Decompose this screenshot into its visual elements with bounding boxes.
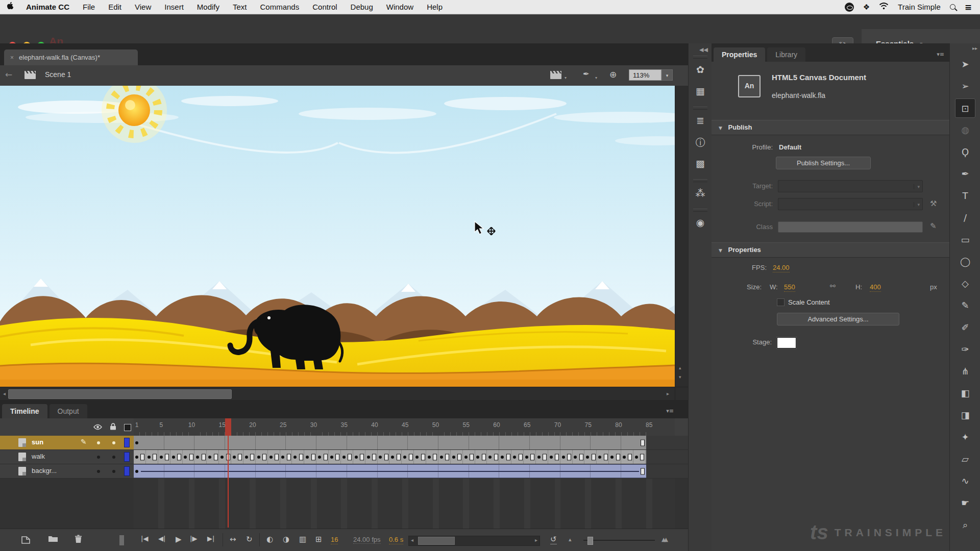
scroll-down-icon[interactable]: ▾ <box>679 374 681 380</box>
scene-name[interactable]: Scene 1 <box>45 70 71 79</box>
show-hide-layers-icon[interactable] <box>93 423 102 432</box>
frame-cell[interactable] <box>316 436 323 449</box>
frame-cell[interactable] <box>432 436 438 449</box>
frame-cell[interactable] <box>188 450 194 464</box>
panel-menu-icon[interactable]: ▾≡ <box>666 408 688 418</box>
timeline-scrollbar[interactable]: ◂ ▸ <box>408 536 540 546</box>
free-transform-tool[interactable]: ⊡ <box>955 98 975 118</box>
frame-cell[interactable] <box>542 450 548 464</box>
tab-library[interactable]: Library <box>767 47 805 62</box>
frame-cell[interactable] <box>274 436 280 449</box>
wifi-icon[interactable] <box>879 3 889 11</box>
frame-cell[interactable] <box>183 450 189 464</box>
frame-cell[interactable] <box>292 436 298 449</box>
chevron-down-icon[interactable]: ▾ <box>595 76 597 80</box>
frame-cell[interactable] <box>164 436 170 449</box>
frame-cell[interactable] <box>383 450 389 464</box>
frame-cell[interactable] <box>243 436 250 449</box>
frame-cell[interactable] <box>378 450 384 464</box>
onion-skin-icon[interactable]: ◐ <box>266 535 273 544</box>
tab-properties[interactable]: Properties <box>714 47 765 62</box>
frame-cell[interactable] <box>372 450 378 464</box>
scroll-right-icon[interactable]: ▸ <box>667 391 669 396</box>
zoom-tool[interactable]: ⌕ <box>955 515 975 535</box>
pen-tool[interactable]: ✒ <box>955 164 975 184</box>
frame-cell[interactable] <box>487 450 493 464</box>
eraser-tool[interactable]: ▱ <box>955 449 975 469</box>
hand-tool[interactable]: ☛ <box>955 493 975 513</box>
frame-cell[interactable] <box>365 436 372 449</box>
slider-thumb[interactable] <box>587 537 593 545</box>
frame-cell[interactable] <box>353 436 359 449</box>
frame-cell[interactable] <box>323 436 329 449</box>
spotlight-search-icon[interactable] <box>950 4 955 10</box>
frame-cell[interactable] <box>511 436 518 449</box>
frame-cell[interactable] <box>134 436 140 449</box>
selection-tool[interactable]: ➤ <box>955 55 975 74</box>
fps-value[interactable]: 24.00 <box>773 264 790 272</box>
frame-cell[interactable] <box>219 436 225 449</box>
frame-cell[interactable] <box>231 436 237 449</box>
layer-scroll-grip[interactable] <box>119 535 124 545</box>
frame-cell[interactable] <box>578 436 584 449</box>
frame-cell[interactable] <box>292 450 298 464</box>
frame-cell[interactable] <box>152 450 158 464</box>
creative-cloud-icon[interactable] <box>845 3 854 12</box>
frame-cell[interactable] <box>518 450 524 464</box>
frame-cell[interactable] <box>140 436 146 449</box>
frame-cell[interactable] <box>414 436 420 449</box>
frame-ruler[interactable]: 1510152025303540455055606570758085 <box>134 418 675 436</box>
frame-cell[interactable] <box>402 450 408 464</box>
text-tool[interactable]: T <box>955 186 975 206</box>
playhead-line[interactable] <box>228 436 229 528</box>
stage-vertical-scrollbar[interactable]: ▴ ▾ <box>675 86 689 387</box>
layer-row-walk[interactable]: walk <box>0 450 688 464</box>
frame-cell[interactable] <box>609 436 615 449</box>
frame-cell[interactable] <box>134 450 140 464</box>
layer-toggle-dot[interactable] <box>112 470 115 473</box>
new-layer-button[interactable] <box>21 535 30 545</box>
frame-cell[interactable] <box>378 436 384 449</box>
frame-cell[interactable] <box>445 450 451 464</box>
loop-playback-icon[interactable]: ↻ <box>246 535 253 544</box>
frame-cell[interactable] <box>310 450 316 464</box>
width-tool[interactable]: ∿ <box>955 471 975 491</box>
frame-cell[interactable] <box>262 436 268 449</box>
frame-cell[interactable] <box>268 436 274 449</box>
frame-cell[interactable] <box>536 450 542 464</box>
layer-outline-color[interactable] <box>124 466 130 476</box>
frame-cell[interactable] <box>347 436 353 449</box>
scroll-left-icon[interactable]: ◂ <box>411 537 413 543</box>
frame-cell[interactable] <box>164 450 170 464</box>
frame-cell[interactable] <box>262 450 268 464</box>
edit-scene-icon[interactable] <box>550 71 562 82</box>
frame-cell[interactable] <box>621 450 627 464</box>
frame-cell[interactable] <box>170 436 177 449</box>
frame-cell[interactable] <box>359 450 365 464</box>
frame-cell[interactable] <box>372 436 378 449</box>
frame-cell[interactable] <box>304 436 310 449</box>
height-value[interactable]: 400 <box>870 283 881 292</box>
delete-layer-button[interactable] <box>75 535 82 545</box>
frame-cell[interactable] <box>603 450 609 464</box>
subselection-tool[interactable]: ➢ <box>955 77 975 96</box>
frame-cell[interactable] <box>640 436 646 449</box>
paint-brush-tool[interactable]: ✑ <box>955 340 975 359</box>
panel-menu-icon[interactable]: ▾≡ <box>937 51 949 62</box>
playhead-marker[interactable] <box>225 418 231 436</box>
frame-strip[interactable] <box>134 464 646 478</box>
layer-name[interactable]: sun <box>32 438 43 446</box>
frame-cell[interactable] <box>243 450 250 464</box>
close-tab-icon[interactable]: × <box>10 54 14 61</box>
frame-cell[interactable] <box>408 450 414 464</box>
layer-toggle-dot[interactable] <box>112 456 115 459</box>
frame-cell[interactable] <box>530 450 536 464</box>
status-icon[interactable]: ❖ <box>863 3 870 12</box>
frame-cell[interactable] <box>493 436 499 449</box>
menu-item-insert[interactable]: Insert <box>158 3 190 11</box>
edit-class-pencil-icon[interactable]: ✎ <box>930 221 937 231</box>
group-drag-handle[interactable] <box>693 56 707 59</box>
frame-cell[interactable] <box>170 450 177 464</box>
layer-name[interactable]: walk <box>32 453 45 460</box>
frame-cell[interactable] <box>188 436 194 449</box>
